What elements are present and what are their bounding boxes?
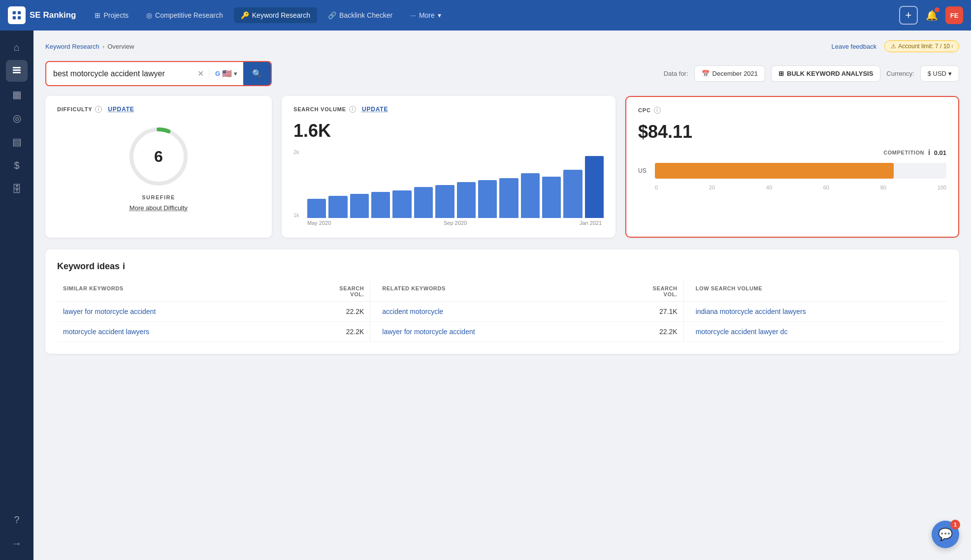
sidebar-item-dollar[interactable]: $ [6,155,28,176]
target-icon: ◎ [13,112,21,124]
hbar-x-80: 80 [880,185,886,190]
sidebar-item-archive[interactable]: ▤ [6,131,28,153]
svg-rect-6 [13,69,21,71]
keyword-ideas-info-icon[interactable]: i [123,261,125,272]
difficulty-info-icon[interactable]: i [95,106,102,113]
hbar-container: US 0 20 40 60 80 100 [638,163,946,190]
related-kw-link-2[interactable]: lawyer for motorcycle accident [382,328,475,336]
similar-kw-1: lawyer for motorcycle accident [57,302,321,322]
add-button[interactable]: + [899,6,918,25]
hbar-x-0: 0 [655,185,658,190]
bar-11 [521,173,540,218]
nav-projects[interactable]: ⊞ Projects [88,7,135,23]
nav-backlink-checker[interactable]: 🔗 Backlink Checker [321,7,399,23]
hbar-x-20: 20 [709,185,715,190]
bar-1 [307,199,326,218]
low-kw-link-2[interactable]: motorcycle accident lawyer dc [696,328,788,336]
y-label-2k: 2k [293,149,299,155]
low-kw-link-1[interactable]: indiana motorcycle accident lawyers [696,308,806,315]
grid-icon: ▦ [12,89,22,100]
search-clear-button[interactable]: ✕ [193,69,209,78]
sidebar-item-target[interactable]: ◎ [6,107,28,129]
sidebar-item-home[interactable]: ⌂ [6,36,28,58]
hbar-x-60: 60 [823,185,829,190]
nav-keyword-research[interactable]: 🔑 Keyword Research [234,7,317,23]
logo[interactable]: SE Ranking [8,6,76,24]
similar-kw-2: motorcycle accident lawyers [57,322,321,342]
sidebar-item-database[interactable]: 🗄 [6,178,28,200]
account-limit-badge[interactable]: ⚠ Account limit: 7 / 10 i [884,40,959,52]
bulk-icon: ⊞ [778,70,784,77]
page-header: Keyword Research › Overview Leave feedba… [45,40,959,52]
breadcrumb-separator: › [102,43,104,50]
more-dots-icon: ··· [410,11,416,19]
difficulty-update-link[interactable]: Update [108,106,134,113]
search-button[interactable]: 🔍 [243,62,271,85]
user-avatar[interactable]: FE [945,6,963,24]
cards-row: DIFFICULTY i Update 6 SUREFIRE More abou… [45,96,959,238]
bulk-keyword-button[interactable]: ⊞ BULK KEYWORD ANALYSIS [771,65,880,82]
related-kw-link-1[interactable]: accident motorcycle [382,308,443,315]
bar-9 [478,180,497,218]
dollar-icon: $ [14,160,19,171]
search-engine-selector[interactable]: G 🇺🇸 ▾ [209,69,243,78]
sv-update-link[interactable]: Update [362,106,388,113]
more-about-difficulty-link[interactable]: More about Difficulty [129,204,188,212]
currency-chevron-icon: ▾ [948,70,952,77]
nav-competitive-research[interactable]: ◎ Competitive Research [139,7,230,23]
bar-3 [350,194,369,218]
date-selector[interactable]: 📅 December 2021 [694,65,766,82]
backlink-icon: 🔗 [328,11,336,19]
hbar-track [655,163,946,179]
difficulty-circle: 6 [127,124,191,188]
help-icon: ? [14,514,19,526]
svg-rect-5 [13,67,21,68]
breadcrumb: Keyword Research › Overview [45,43,134,50]
similar-vol-2: 22.2K [321,322,370,342]
sv-info-icon[interactable]: i [349,106,356,113]
keyword-ideas-title: Keyword ideas i [57,261,947,272]
database-icon: 🗄 [12,184,22,195]
sidebar-item-grid[interactable]: ▦ [6,84,28,105]
competition-value: 0.01 [934,149,946,156]
y-label-1k: 1k [293,212,299,218]
cpc-info-icon[interactable]: i [654,107,661,114]
hbar-x-100: 100 [938,185,946,190]
chat-badge: 1 [950,520,960,529]
hbar-x-labels: 0 20 40 60 80 100 [655,183,946,190]
related-vol-2: 22.2K [634,322,683,342]
low-vol-header: LOW SEARCH VOLUME [684,281,947,302]
currency-selector[interactable]: $ USD ▾ [920,65,959,82]
bar-8 [457,182,476,218]
sidebar-item-help[interactable]: ? [6,509,28,530]
competition-info-icon[interactable]: i [928,148,930,157]
nav-more[interactable]: ··· More ▾ [403,7,448,23]
difficulty-sublabel: SUREFIRE [142,194,175,200]
bar-13 [563,170,582,218]
similar-kw-link-1[interactable]: lawyer for motorcycle accident [63,308,156,315]
low-kw-1: indiana motorcycle accident lawyers [684,302,947,322]
sidebar-item-expand[interactable]: → [6,532,28,554]
info-superscript: i [952,44,953,49]
competitive-icon: ◎ [146,11,152,19]
data-for-label: Data for: [664,70,688,77]
notifications-bell[interactable]: 🔔 [923,6,940,24]
chat-icon: 💬 [938,528,953,541]
chat-bubble[interactable]: 💬 1 [932,521,959,548]
breadcrumb-parent[interactable]: Keyword Research [45,43,99,50]
similar-vol-header: SEARCH VOL. [321,281,370,302]
bar-4 [371,192,390,218]
google-icon: G [215,70,220,77]
svg-rect-7 [13,72,21,73]
layers-icon [12,65,22,77]
leave-feedback-link[interactable]: Leave feedback [831,43,876,50]
x-label-jan2021: Jan 2021 [580,220,602,226]
bar-7 [435,185,454,218]
similar-kw-link-2[interactable]: motorcycle accident lawyers [63,328,149,336]
sidebar-item-keyword[interactable] [6,60,28,82]
difficulty-circle-container: 6 SUREFIRE More about Difficulty [57,121,260,216]
engine-chevron-icon: ▾ [234,70,237,77]
related-vol-1: 27.1K [634,302,683,322]
search-input[interactable] [46,63,193,84]
notification-badge [935,7,939,12]
